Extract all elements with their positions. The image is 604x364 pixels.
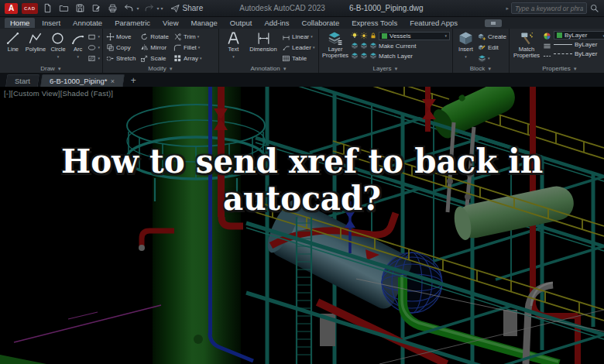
table-tool[interactable]: Table [282, 53, 314, 63]
rotate-tool[interactable]: Rotate [140, 32, 169, 41]
qat-customize-caret[interactable]: ▾ [161, 5, 163, 11]
line-tool[interactable]: Line [3, 31, 23, 64]
insert-caret-icon[interactable]: ▾ [465, 53, 467, 60]
redo-dropdown-caret[interactable]: ▾ [157, 5, 160, 11]
new-file-button[interactable] [42, 2, 54, 15]
insert-block-button[interactable]: Insert ▾ [456, 31, 475, 64]
search-expand-caret[interactable]: ▸ [506, 5, 509, 12]
mirror-tool[interactable]: Mirror [140, 43, 169, 52]
panel-expand-caret-icon: ▼ [573, 67, 578, 71]
ribbon-options-icon[interactable] [485, 19, 502, 27]
dimension-tool[interactable]: Dimension [247, 31, 280, 64]
stretch-tool[interactable]: Stretch [106, 53, 136, 63]
tab-add-ins[interactable]: Add-ins [259, 18, 294, 28]
line-icon [5, 31, 20, 46]
copy-tool[interactable]: Copy [106, 43, 136, 52]
edit-block-button[interactable]: Edit [478, 43, 506, 52]
text-tool[interactable]: Text ▾ [222, 31, 245, 64]
create-block-button[interactable]: Create [478, 32, 506, 41]
layer-properties-button[interactable]: Layer Properties [322, 31, 348, 64]
panel-expand-caret-icon: ▼ [57, 67, 62, 71]
search-input[interactable] [511, 2, 587, 14]
layer-stack-icon [360, 52, 368, 60]
tab-annotate[interactable]: Annotate [67, 18, 108, 28]
rectangle-tool[interactable]: ▾ [88, 32, 100, 41]
save-button[interactable] [74, 2, 87, 15]
trim-tool[interactable]: Trim▾ [173, 32, 202, 41]
autocad-logo-cad: CAD [22, 3, 38, 14]
viewport-controls-label[interactable]: [-][Custom View][Shaded (Fast)] [4, 89, 113, 98]
layer-stack-icon [351, 42, 359, 50]
tab-parametric[interactable]: Parametric [109, 18, 156, 28]
match-layer-button[interactable]: Match Layer [351, 51, 450, 60]
tab-insert[interactable]: Insert [36, 18, 66, 28]
make-current-button[interactable]: Make Current [351, 41, 450, 50]
close-tab-icon[interactable]: × [111, 77, 115, 85]
dark-overlay [0, 87, 604, 364]
linetype-dropdown[interactable]: ByLayer [554, 50, 604, 58]
redo-button[interactable] [143, 2, 156, 15]
arc-caret-icon[interactable]: ▾ [77, 53, 79, 60]
file-tab-start[interactable]: Start [5, 74, 39, 87]
trim-icon [173, 33, 182, 41]
panel-block-footer[interactable]: Block▼ [453, 64, 509, 73]
panel-expand-caret-icon: ▼ [283, 67, 287, 71]
arc-tool[interactable]: Arc ▾ [70, 31, 86, 64]
panel-annotation-footer[interactable]: Annotation▼ [219, 64, 318, 73]
circle-caret-icon[interactable]: ▾ [57, 53, 60, 60]
tab-collaborate[interactable]: Collaborate [297, 18, 345, 28]
thumbnail-title: How to send xref to back in autocad? [18, 143, 585, 217]
linetype-sample [554, 53, 572, 54]
panel-modify-footer[interactable]: Modify▼ [103, 64, 218, 73]
undo-dropdown-caret[interactable]: ▾ [137, 5, 139, 11]
array-tool[interactable]: Array▾ [173, 53, 202, 63]
layer-lock-icon[interactable] [369, 32, 377, 39]
save-as-button[interactable] [91, 2, 103, 15]
open-file-button[interactable] [58, 2, 70, 15]
panel-block: Insert ▾ Create Edit ▾ Block▼ [453, 29, 510, 73]
tab-output[interactable]: Output [225, 18, 258, 28]
linear-dimension-tool[interactable]: Linear▾ [282, 32, 314, 41]
hatch-tool[interactable]: ▾ [88, 53, 100, 63]
fillet-tool[interactable]: Fillet▾ [173, 43, 202, 52]
ellipse-tool[interactable]: ▾ [88, 43, 100, 52]
help-search: ▸ [506, 2, 599, 14]
tab-home[interactable]: Home [5, 18, 35, 28]
linetype-list-icon[interactable] [543, 52, 551, 60]
layer-freeze-icon[interactable] [360, 32, 368, 39]
polyline-tool[interactable]: Polyline [26, 31, 46, 64]
layer-selector-dropdown[interactable]: Vessels ▾ [379, 32, 450, 40]
move-tool[interactable]: Move [106, 32, 136, 41]
block-attributes-button[interactable]: ▾ [478, 53, 506, 63]
autocad-logo[interactable]: A [5, 3, 18, 14]
tab-manage[interactable]: Manage [186, 18, 223, 28]
layer-stack-icon [351, 52, 359, 60]
share-button[interactable]: Share [170, 4, 204, 13]
panel-properties-footer[interactable]: Properties▼ [510, 64, 604, 73]
tab-featured-apps[interactable]: Featured Apps [404, 18, 463, 28]
panel-layers: Layer Properties Vessels ▾ [319, 29, 453, 73]
drawing-viewport[interactable]: [-][Custom View][Shaded (Fast)] How to s… [0, 87, 604, 364]
leader-tool[interactable]: Leader▾ [282, 43, 314, 52]
panel-draw-footer[interactable]: Draw▼ [0, 64, 102, 73]
layer-on-off-icon[interactable] [351, 32, 359, 39]
layer-stack-icon [360, 42, 368, 50]
color-wheel-icon[interactable] [543, 32, 551, 40]
polyline-icon [28, 31, 43, 46]
lineweight-dropdown[interactable]: ByLayer [554, 40, 604, 49]
plot-button[interactable] [107, 2, 119, 15]
circle-tool[interactable]: Circle ▾ [48, 31, 68, 64]
new-tab-button[interactable]: + [126, 75, 141, 86]
file-tab-document[interactable]: 6-B-1000_Piping* × [40, 74, 125, 87]
scale-tool[interactable]: Scale [140, 53, 169, 63]
lineweight-list-icon[interactable] [543, 42, 551, 50]
panel-layers-footer[interactable]: Layers▼ [319, 64, 452, 73]
undo-button[interactable] [123, 2, 136, 15]
text-caret-icon[interactable]: ▾ [232, 53, 235, 60]
tab-express-tools[interactable]: Express Tools [346, 18, 403, 28]
match-properties-button[interactable]: Match Properties [513, 31, 541, 64]
search-icon[interactable] [589, 3, 599, 13]
object-color-dropdown[interactable]: ByLayer ▾ [554, 31, 604, 39]
file-tab-bar: Start 6-B-1000_Piping* × + [0, 74, 604, 87]
tab-view[interactable]: View [157, 18, 184, 28]
